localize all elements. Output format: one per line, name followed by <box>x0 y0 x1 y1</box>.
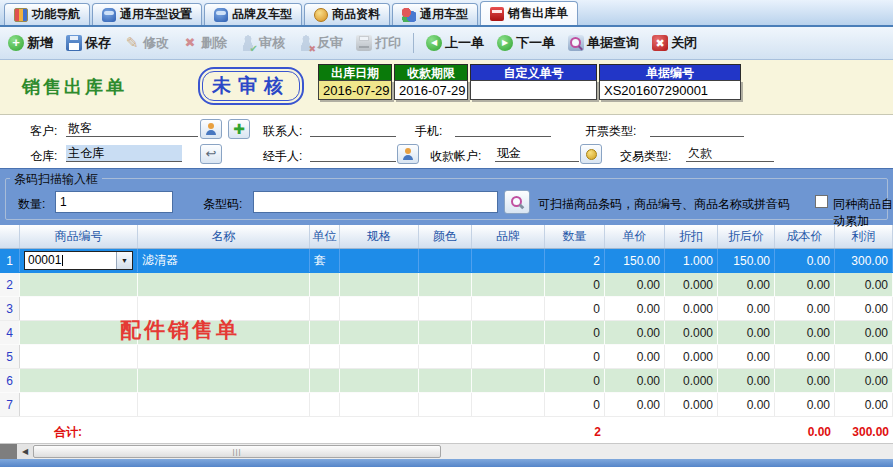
account-field[interactable]: 现金 <box>495 145 579 162</box>
cell-unit[interactable] <box>310 345 340 368</box>
cell-discount[interactable]: 0.000 <box>665 393 718 416</box>
toolbar-button[interactable]: 单据查询 <box>566 32 641 54</box>
cell-price[interactable]: 0.00 <box>605 369 665 392</box>
cell-name[interactable] <box>138 321 310 344</box>
cell-disc_price[interactable]: 0.00 <box>718 273 775 296</box>
toolbar-button[interactable]: 上一单 <box>424 32 486 54</box>
cell-spec[interactable] <box>340 249 419 272</box>
cell-qty[interactable]: 0 <box>545 393 605 416</box>
cell-name[interactable] <box>138 345 310 368</box>
cell-brand[interactable] <box>472 297 545 320</box>
cell-profit[interactable]: 0.00 <box>835 321 893 344</box>
cell-color[interactable] <box>419 369 472 392</box>
cell-price[interactable]: 0.00 <box>605 345 665 368</box>
toolbar-button[interactable]: 新增 <box>6 32 55 54</box>
cell-cost[interactable]: 0.00 <box>775 393 835 416</box>
cell-code[interactable]: 00001▼ <box>20 249 138 272</box>
cell-name[interactable] <box>138 273 310 296</box>
row-number[interactable]: 3 <box>0 297 20 320</box>
cell-code[interactable] <box>20 393 138 416</box>
row-number[interactable]: 7 <box>0 393 20 416</box>
cell-brand[interactable] <box>472 273 545 296</box>
scrollbar-thumb[interactable]: ||| <box>33 445 441 458</box>
document-number-value[interactable]: XS201607290001 <box>599 80 741 100</box>
toolbar-button[interactable]: 下一单 <box>495 32 557 54</box>
cell-discount[interactable]: 0.000 <box>665 369 718 392</box>
cell-spec[interactable] <box>340 369 419 392</box>
cell-discount[interactable]: 0.000 <box>665 273 718 296</box>
cell-cost[interactable]: 0.00 <box>775 369 835 392</box>
cell-qty[interactable]: 0 <box>545 273 605 296</box>
row-number[interactable]: 2 <box>0 273 20 296</box>
cell-qty[interactable]: 2 <box>545 249 605 272</box>
row-number[interactable]: 4 <box>0 321 20 344</box>
autoadd-checkbox[interactable] <box>815 195 828 208</box>
tab-item[interactable]: 品牌及车型 <box>204 3 302 25</box>
cell-profit[interactable]: 0.00 <box>835 273 893 296</box>
account-lookup-button[interactable] <box>580 144 602 164</box>
cell-brand[interactable] <box>472 249 545 272</box>
cell-brand[interactable] <box>472 321 545 344</box>
warehouse-select-button[interactable]: ↩ <box>200 144 222 164</box>
barcode-code-input[interactable] <box>253 191 498 213</box>
cell-cost[interactable]: 0.00 <box>775 249 835 272</box>
cell-color[interactable] <box>419 393 472 416</box>
cell-price[interactable]: 0.00 <box>605 297 665 320</box>
cell-profit[interactable]: 300.00 <box>835 249 893 272</box>
cell-profit[interactable]: 0.00 <box>835 369 893 392</box>
cell-unit[interactable]: 套 <box>310 249 340 272</box>
cell-code[interactable] <box>20 297 138 320</box>
cell-unit[interactable] <box>310 297 340 320</box>
cell-profit[interactable]: 0.00 <box>835 345 893 368</box>
cell-qty[interactable]: 0 <box>545 297 605 320</box>
cell-color[interactable] <box>419 321 472 344</box>
cell-disc_price[interactable]: 0.00 <box>718 393 775 416</box>
cell-brand[interactable] <box>472 345 545 368</box>
invoice-type-field[interactable] <box>650 120 744 137</box>
cell-price[interactable]: 0.00 <box>605 273 665 296</box>
add-customer-button[interactable]: ✚ <box>228 119 250 139</box>
cell-unit[interactable] <box>310 273 340 296</box>
cell-spec[interactable] <box>340 321 419 344</box>
customer-field[interactable]: 散客 <box>66 120 198 137</box>
cell-brand[interactable] <box>472 369 545 392</box>
barcode-search-button[interactable] <box>504 190 530 214</box>
cell-discount[interactable]: 0.000 <box>665 321 718 344</box>
cell-cost[interactable]: 0.00 <box>775 345 835 368</box>
cell-cost[interactable]: 0.00 <box>775 273 835 296</box>
cell-price[interactable]: 150.00 <box>605 249 665 272</box>
cell-name[interactable] <box>138 369 310 392</box>
cell-disc_price[interactable]: 150.00 <box>718 249 775 272</box>
outbound-date-value[interactable]: 2016-07-29 <box>318 80 392 100</box>
cell-brand[interactable] <box>472 393 545 416</box>
cell-qty[interactable]: 0 <box>545 345 605 368</box>
scroll-left-button[interactable]: ◀ <box>17 444 33 459</box>
cell-disc_price[interactable]: 0.00 <box>718 297 775 320</box>
cell-profit[interactable]: 0.00 <box>835 393 893 416</box>
scrollbar-track[interactable] <box>441 444 893 459</box>
row-number[interactable]: 5 <box>0 345 20 368</box>
cell-disc_price[interactable]: 0.00 <box>718 345 775 368</box>
tab-item[interactable]: 功能导航 <box>4 3 90 25</box>
row-number[interactable]: 1 <box>0 249 20 272</box>
row-number[interactable]: 6 <box>0 369 20 392</box>
cell-spec[interactable] <box>340 345 419 368</box>
product-code-combobox[interactable]: 00001▼ <box>24 251 133 270</box>
cell-color[interactable] <box>419 249 472 272</box>
cell-name[interactable] <box>138 297 310 320</box>
horizontal-scrollbar[interactable]: ◀ ||| <box>0 443 893 459</box>
cell-name[interactable] <box>138 393 310 416</box>
warehouse-field[interactable]: 主仓库 <box>66 145 182 162</box>
cell-code[interactable] <box>20 321 138 344</box>
cell-cost[interactable]: 0.00 <box>775 321 835 344</box>
toolbar-button[interactable]: 关闭 <box>650 32 699 54</box>
cell-price[interactable]: 0.00 <box>605 393 665 416</box>
handler-field[interactable] <box>310 145 396 162</box>
cell-qty[interactable]: 0 <box>545 369 605 392</box>
cell-qty[interactable]: 0 <box>545 321 605 344</box>
cell-name[interactable]: 滤清器 <box>138 249 310 272</box>
cell-code[interactable] <box>20 273 138 296</box>
cell-cost[interactable]: 0.00 <box>775 297 835 320</box>
cell-spec[interactable] <box>340 297 419 320</box>
cell-disc_price[interactable]: 0.00 <box>718 369 775 392</box>
